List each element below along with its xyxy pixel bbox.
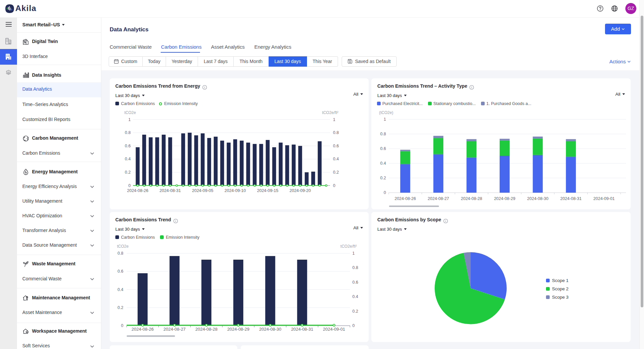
svg-text:1: 1 (128, 117, 131, 122)
svg-text:0: 0 (333, 183, 335, 188)
svg-text:2024-08-26: 2024-08-26 (395, 196, 416, 201)
svg-text:0.2: 0.2 (118, 305, 123, 310)
svg-text:2024-08-29: 2024-08-29 (227, 327, 250, 332)
svg-text:2024-09-10: 2024-09-10 (225, 188, 246, 193)
svg-text:2024-09-01: 2024-09-01 (323, 327, 345, 332)
svg-text:2024-09-05: 2024-09-05 (192, 188, 213, 193)
svg-text:0.4: 0.4 (352, 294, 358, 299)
svg-text:0.6: 0.6 (333, 144, 339, 148)
svg-text:2024-08-30: 2024-08-30 (527, 196, 548, 201)
svg-text:1: 1 (333, 117, 335, 122)
svg-text:0.2: 0.2 (333, 170, 339, 175)
svg-text:2024-08-31: 2024-08-31 (160, 188, 181, 193)
svg-text:0.4: 0.4 (333, 157, 339, 161)
svg-text:2024-08-26: 2024-08-26 (127, 188, 148, 193)
svg-text:0.6: 0.6 (380, 146, 386, 151)
svg-text:2024-08-28: 2024-08-28 (461, 196, 482, 201)
svg-text:2024-08-28: 2024-08-28 (195, 327, 218, 332)
svg-text:(tCO2e): (tCO2e) (379, 110, 393, 115)
svg-text:0.4: 0.4 (380, 161, 386, 166)
svg-text:2024-08-27: 2024-08-27 (428, 196, 449, 201)
svg-text:0.4: 0.4 (125, 157, 131, 161)
svg-text:tCO2e/ft²: tCO2e/ft² (322, 110, 338, 115)
svg-text:tCO2e/ft²: tCO2e/ft² (340, 244, 357, 249)
svg-text:1: 1 (384, 117, 386, 122)
svg-text:2024-08-31: 2024-08-31 (560, 196, 582, 201)
svg-text:0: 0 (384, 190, 386, 195)
svg-text:0.6: 0.6 (352, 280, 358, 285)
svg-text:0.2: 0.2 (380, 176, 386, 180)
svg-text:2024-08-31: 2024-08-31 (291, 327, 313, 332)
svg-text:0.8: 0.8 (352, 265, 358, 270)
svg-text:2024-08-27: 2024-08-27 (163, 327, 185, 332)
svg-text:2024-08-26: 2024-08-26 (132, 327, 154, 332)
svg-text:2024-09-01: 2024-09-01 (593, 196, 615, 201)
svg-text:1: 1 (352, 251, 355, 256)
svg-text:0.8: 0.8 (125, 130, 131, 135)
svg-text:2024-09-15: 2024-09-15 (257, 188, 278, 193)
svg-text:0.4: 0.4 (118, 287, 123, 292)
svg-text:0.8: 0.8 (118, 251, 123, 256)
svg-text:0.6: 0.6 (118, 269, 123, 274)
svg-text:0: 0 (128, 183, 131, 188)
svg-text:0: 0 (121, 323, 123, 328)
svg-text:2024-08-29: 2024-08-29 (494, 196, 515, 201)
svg-text:0.2: 0.2 (352, 309, 358, 314)
svg-text:0: 0 (352, 323, 355, 328)
svg-text:2024-09-20: 2024-09-20 (290, 188, 311, 193)
svg-text:tCO2e: tCO2e (117, 244, 129, 249)
svg-text:0.8: 0.8 (333, 130, 339, 135)
svg-text:tCO2e: tCO2e (124, 110, 136, 115)
svg-text:2024-08-30: 2024-08-30 (259, 327, 281, 332)
svg-text:0.2: 0.2 (125, 170, 131, 175)
svg-text:0.6: 0.6 (125, 144, 131, 148)
svg-text:0.8: 0.8 (380, 132, 386, 136)
